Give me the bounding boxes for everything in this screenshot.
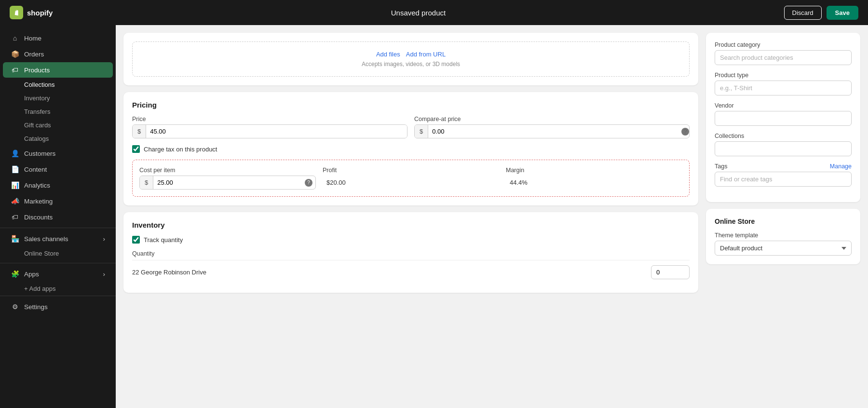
sidebar-item-content[interactable]: 📄 Content: [3, 162, 113, 177]
sidebar-item-home[interactable]: ⌂ Home: [3, 30, 113, 46]
tags-label: Tags: [715, 163, 727, 170]
tags-group: Tags Manage: [715, 163, 852, 187]
marketing-icon: 📣: [11, 197, 19, 205]
sidebar-item-orders[interactable]: 📦 Orders: [3, 46, 113, 62]
cost-input[interactable]: [153, 176, 303, 189]
media-hint: Accepts images, videos, or 3D models: [141, 61, 680, 68]
price-field: Price $: [132, 116, 407, 138]
sidebar-subitem-catalogs[interactable]: Catalogs: [3, 132, 113, 145]
apps-icon: 🧩: [11, 270, 19, 278]
products-icon: 🏷: [11, 66, 19, 74]
add-from-url-link[interactable]: Add from URL: [406, 51, 446, 58]
sales-channels-left: 🏪 Sales channels: [11, 235, 68, 243]
product-category-label: Product category: [715, 41, 852, 48]
product-type-input[interactable]: [715, 81, 852, 95]
theme-template-select[interactable]: Default product: [715, 241, 852, 256]
sidebar-orders-label: Orders: [24, 51, 44, 58]
cost-row: Cost per item $ ? Profit $20.00: [139, 167, 682, 190]
pricing-row: Price $ Compare-at price $ ?: [132, 116, 690, 138]
pricing-title: Pricing: [132, 101, 690, 109]
vendor-input[interactable]: [715, 111, 852, 126]
sidebar-subitem-online-store[interactable]: Online Store: [3, 247, 113, 260]
compare-currency-symbol: $: [415, 125, 428, 138]
media-dropzone[interactable]: Add files Add from URL Accepts images, v…: [132, 41, 690, 77]
main-content: Add files Add from URL Accepts images, v…: [116, 25, 868, 408]
topbar-left: shopify: [10, 6, 53, 19]
sidebar-analytics-label: Analytics: [24, 182, 50, 189]
collections-input[interactable]: [715, 141, 852, 156]
cost-input-wrapper: $ ?: [139, 176, 316, 190]
inventory-card: Inventory Track quantity Quantity 22 Geo…: [123, 212, 698, 293]
charge-tax-label: Charge tax on this product: [144, 146, 217, 153]
shopify-brand-name: shopify: [27, 9, 53, 17]
sidebar-subitem-collections[interactable]: Collections: [3, 78, 113, 91]
sales-channels-icon: 🏪: [11, 235, 19, 243]
quantity-input[interactable]: [651, 265, 690, 279]
sidebar-discounts-label: Discounts: [24, 214, 53, 221]
cost-section: Cost per item $ ? Profit $20.00: [132, 160, 690, 197]
sidebar-apps-label: Apps: [24, 271, 39, 278]
chevron-right-icon: ›: [103, 235, 106, 243]
save-button[interactable]: Save: [827, 6, 858, 20]
product-category-input[interactable]: [715, 50, 852, 65]
product-type-label: Product type: [715, 72, 852, 79]
sidebar: ⌂ Home 📦 Orders 🏷 Products Collections I…: [0, 25, 116, 408]
home-icon: ⌂: [11, 34, 19, 42]
vendor-group: Vendor: [715, 102, 852, 126]
collections-label: Collections: [715, 133, 852, 139]
center-column: Add files Add from URL Accepts images, v…: [123, 33, 698, 400]
quantity-section: Quantity 22 George Robinson Drive: [132, 250, 690, 284]
charge-tax-checkbox[interactable]: [132, 145, 140, 153]
cost-help-icon[interactable]: ?: [305, 179, 312, 187]
online-store-card: Online Store Theme template Default prod…: [706, 209, 860, 264]
sidebar-item-apps[interactable]: 🧩 Apps ›: [3, 266, 113, 282]
shopify-logo: shopify: [10, 6, 53, 19]
profit-field: Profit $20.00: [323, 167, 499, 190]
track-quantity-checkbox[interactable]: [132, 236, 140, 244]
sidebar-item-discounts[interactable]: 🏷 Discounts: [3, 209, 113, 225]
tags-input[interactable]: [715, 172, 852, 187]
sidebar-subitem-giftcards[interactable]: Gift cards: [3, 119, 113, 132]
charge-tax-row: Charge tax on this product: [132, 145, 690, 153]
add-files-link[interactable]: Add files: [376, 51, 400, 58]
discard-button[interactable]: Discard: [784, 6, 822, 20]
topbar-actions: Discard Save: [784, 6, 858, 20]
track-quantity-row: Track quantity: [132, 236, 690, 244]
sidebar-item-marketing[interactable]: 📣 Marketing: [3, 193, 113, 209]
sidebar-item-sales-channels[interactable]: 🏪 Sales channels ›: [3, 231, 113, 246]
layout: ⌂ Home 📦 Orders 🏷 Products Collections I…: [0, 25, 868, 408]
sidebar-subitem-add-apps[interactable]: + Add apps: [3, 282, 113, 295]
sidebar-home-label: Home: [24, 35, 41, 42]
analytics-icon: 📊: [11, 181, 19, 189]
sidebar-item-analytics[interactable]: 📊 Analytics: [3, 177, 113, 193]
quantity-location: 22 George Robinson Drive: [132, 269, 206, 276]
price-currency-symbol: $: [133, 125, 146, 138]
sidebar-item-customers[interactable]: 👤 Customers: [3, 146, 113, 161]
media-links: Add files Add from URL: [141, 51, 680, 58]
page-title: Unsaved product: [391, 9, 446, 17]
price-input-wrapper: $: [132, 124, 407, 138]
shopify-bag-icon: [10, 6, 23, 19]
theme-template-label: Theme template: [715, 232, 852, 239]
tags-manage-link[interactable]: Manage: [830, 163, 852, 170]
sidebar-item-settings[interactable]: ⚙ Settings: [3, 299, 113, 314]
profit-value: $20.00: [323, 176, 499, 190]
customers-icon: 👤: [11, 150, 19, 157]
sidebar-subitem-inventory[interactable]: Inventory: [3, 92, 113, 105]
orders-icon: 📦: [11, 50, 19, 58]
compare-at-input-wrapper: $ ?: [414, 124, 690, 138]
sidebar-item-products[interactable]: 🏷 Products: [3, 62, 113, 78]
cost-currency-symbol: $: [140, 176, 153, 189]
compare-help-icon[interactable]: ?: [681, 128, 689, 136]
pricing-card: Pricing Price $ Compare-at price $: [123, 92, 698, 205]
right-column: Product category Product type Vendor Col…: [706, 33, 860, 400]
sidebar-subitem-transfers[interactable]: Transfers: [3, 105, 113, 118]
sidebar-content-label: Content: [24, 166, 47, 173]
settings-icon: ⚙: [11, 303, 19, 311]
product-category-group: Product category: [715, 41, 852, 65]
sidebar-products-label: Products: [24, 67, 50, 74]
cost-per-item-field: Cost per item $ ?: [139, 167, 316, 190]
product-organization-card: Product category Product type Vendor Col…: [706, 33, 860, 202]
price-input[interactable]: [146, 125, 407, 138]
compare-at-price-input[interactable]: [428, 125, 679, 138]
